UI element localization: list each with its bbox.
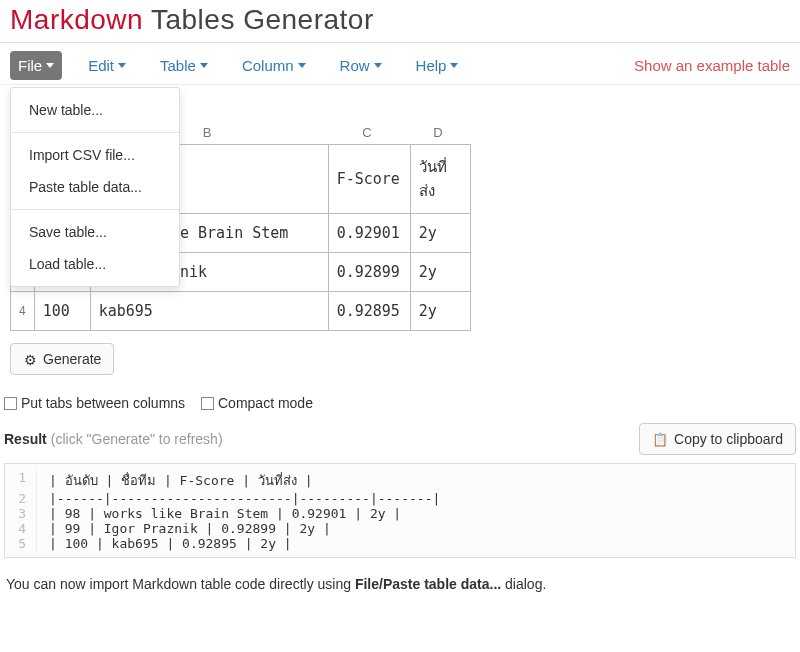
cell[interactable]: F-Score: [328, 145, 410, 214]
line-number: 3: [5, 506, 37, 521]
row-label: 4: [11, 292, 35, 331]
line-number: 1: [5, 470, 37, 491]
menu-help[interactable]: Help: [408, 51, 467, 80]
col-label-D: D: [408, 125, 468, 140]
output-line: 1| อันดับ | ชื่อทีม | F-Score | วันที่ส่…: [5, 470, 795, 491]
output-line: 3| 98 | works like Brain Stem | 0.92901 …: [5, 506, 795, 521]
result-label: Result: [4, 431, 47, 447]
title-rest: Tables Generator: [143, 4, 374, 35]
result-hint: (click "Generate" to refresh): [51, 431, 223, 447]
file-paste-data[interactable]: Paste table data...: [11, 171, 179, 203]
compact-text: Compact mode: [218, 395, 313, 411]
cell[interactable]: kab695: [90, 292, 328, 331]
menu-file-label: File: [18, 57, 42, 74]
footer-note: You can now import Markdown table code d…: [0, 558, 800, 600]
file-new-table[interactable]: New table...: [11, 94, 179, 126]
file-load-table[interactable]: Load table...: [11, 248, 179, 280]
file-import-csv[interactable]: Import CSV file...: [11, 139, 179, 171]
menu-file[interactable]: File: [10, 51, 62, 80]
chevron-down-icon: [374, 63, 382, 68]
result-header: Result (click "Generate" to refresh) Cop…: [0, 419, 800, 463]
cell[interactable]: 0.92901: [328, 214, 410, 253]
options-row: Put tabs between columns Compact mode: [0, 391, 800, 419]
cell[interactable]: 0.92895: [328, 292, 410, 331]
copy-label: Copy to clipboard: [674, 431, 783, 447]
checkbox-icon[interactable]: [201, 397, 214, 410]
line-text: |------|-----------------------|--------…: [49, 491, 440, 506]
line-number: 4: [5, 521, 37, 536]
col-label-C: C: [326, 125, 408, 140]
footer-post: dialog.: [501, 576, 546, 592]
generate-button[interactable]: Generate: [10, 343, 114, 375]
menu-row[interactable]: Row: [332, 51, 390, 80]
cell[interactable]: 2y: [410, 292, 470, 331]
menu-divider: [11, 132, 179, 133]
line-text: | 99 | Igor Praznik | 0.92899 | 2y |: [49, 521, 331, 536]
line-text: | อันดับ | ชื่อทีม | F-Score | วันที่ส่ง…: [49, 470, 313, 491]
output-line: 2|------|-----------------------|-------…: [5, 491, 795, 506]
line-text: | 98 | works like Brain Stem | 0.92901 |…: [49, 506, 401, 521]
menu-table-label: Table: [160, 57, 196, 74]
chevron-down-icon: [200, 63, 208, 68]
cell[interactable]: 100: [34, 292, 90, 331]
line-number: 5: [5, 536, 37, 551]
menu-bar: File Edit Table Column Row Help Show an …: [0, 43, 800, 85]
menu-help-label: Help: [416, 57, 447, 74]
output-line: 5| 100 | kab695 | 0.92895 | 2y |: [5, 536, 795, 551]
cell[interactable]: 2y: [410, 214, 470, 253]
menu-table[interactable]: Table: [152, 51, 216, 80]
gear-icon: [23, 352, 37, 366]
footer-bold: File/Paste table data...: [355, 576, 501, 592]
tabs-checkbox-label[interactable]: Put tabs between columns: [4, 395, 185, 411]
title-markdown: Markdown: [10, 4, 143, 35]
page-title: Markdown Tables Generator: [0, 0, 800, 43]
menu-column[interactable]: Column: [234, 51, 314, 80]
checkbox-icon[interactable]: [4, 397, 17, 410]
menu-divider: [11, 209, 179, 210]
line-number: 2: [5, 491, 37, 506]
menu-edit[interactable]: Edit: [80, 51, 134, 80]
menu-row-label: Row: [340, 57, 370, 74]
tabs-text: Put tabs between columns: [21, 395, 185, 411]
file-save-table[interactable]: Save table...: [11, 216, 179, 248]
output-line: 4| 99 | Igor Praznik | 0.92899 | 2y |: [5, 521, 795, 536]
copy-to-clipboard-button[interactable]: Copy to clipboard: [639, 423, 796, 455]
chevron-down-icon: [298, 63, 306, 68]
file-dropdown: New table... Import CSV file... Paste ta…: [10, 87, 180, 287]
show-example-link[interactable]: Show an example table: [634, 57, 790, 74]
chevron-down-icon: [450, 63, 458, 68]
grid-row: 4 100 kab695 0.92895 2y: [11, 292, 471, 331]
chevron-down-icon: [46, 63, 54, 68]
clipboard-icon: [652, 431, 668, 447]
line-text: | 100 | kab695 | 0.92895 | 2y |: [49, 536, 292, 551]
compact-checkbox-label[interactable]: Compact mode: [201, 395, 313, 411]
cell[interactable]: 2y: [410, 253, 470, 292]
cell[interactable]: วันที่ส่ง: [410, 145, 470, 214]
generate-label: Generate: [43, 351, 101, 367]
markdown-output[interactable]: 1| อันดับ | ชื่อทีม | F-Score | วันที่ส่…: [4, 463, 796, 558]
footer-pre: You can now import Markdown table code d…: [6, 576, 355, 592]
menu-column-label: Column: [242, 57, 294, 74]
menu-edit-label: Edit: [88, 57, 114, 74]
chevron-down-icon: [118, 63, 126, 68]
cell[interactable]: 0.92899: [328, 253, 410, 292]
